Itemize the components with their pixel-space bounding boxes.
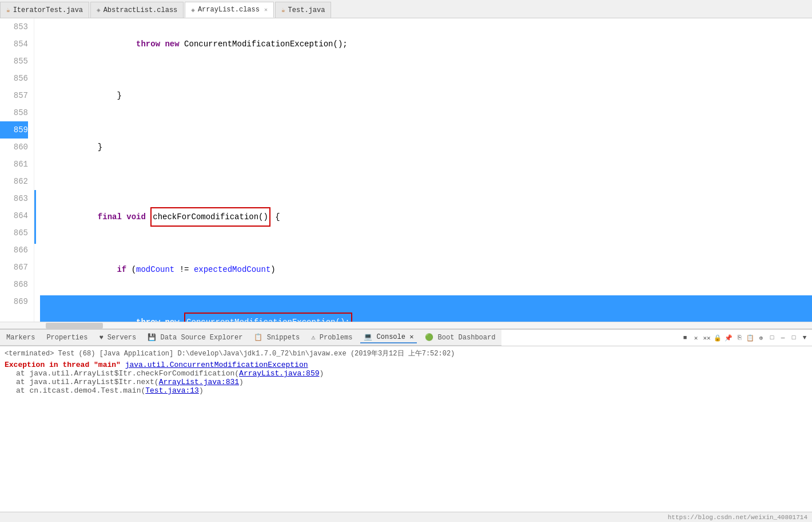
horizontal-scrollbar[interactable] bbox=[0, 322, 812, 329]
tab-test-java[interactable]: ☕ Test.java bbox=[275, 2, 331, 18]
console-exception-line: Exception in thread "main" java.util.Con… bbox=[5, 361, 807, 369]
tab-label: AbstractList.class bbox=[104, 6, 178, 14]
tab-properties[interactable]: Properties bbox=[43, 333, 91, 343]
status-bar: https://blog.csdn.net/weixin_40801714 bbox=[0, 512, 812, 522]
editor-content: 853 854 855 856 857 858 859 860 861 862 … bbox=[0, 18, 812, 322]
trace-link-1[interactable]: ArrayList.java:859 bbox=[239, 369, 319, 378]
tab-console[interactable]: 💻 Console ✕ bbox=[360, 331, 417, 343]
tab-label: IteratorTest.java bbox=[13, 6, 83, 14]
class-icon: ◈ bbox=[191, 6, 195, 14]
trace-line-3: at cn.itcast.demo4.Test.main(Test.java:1… bbox=[16, 386, 807, 395]
console-area: <terminated> Test (68) [Java Application… bbox=[0, 346, 812, 512]
tab-array-list[interactable]: ◈ ArrayList.class ✕ bbox=[185, 2, 274, 18]
exception-link[interactable]: java.util.ConcurrentModificationExceptio… bbox=[125, 361, 308, 369]
scrollbar-thumb[interactable] bbox=[46, 323, 103, 329]
open-icon[interactable]: □ bbox=[767, 333, 777, 342]
code-line-854: } bbox=[40, 70, 812, 121]
tab-iterator-test[interactable]: ☕ IteratorTest.java bbox=[0, 2, 89, 18]
clear-icon[interactable]: ✕✕ bbox=[702, 333, 711, 342]
java-icon: ☕ bbox=[6, 6, 10, 14]
stop-icon[interactable]: ■ bbox=[680, 333, 690, 342]
console-status-line: <terminated> Test (68) [Java Application… bbox=[5, 349, 807, 358]
tab-snippets[interactable]: 📋 Snippets bbox=[250, 332, 303, 343]
new-console-icon[interactable]: ⊕ bbox=[757, 333, 766, 342]
tab-markers[interactable]: Markers bbox=[3, 333, 38, 343]
tab-abstract-list[interactable]: ◈ AbstractList.class bbox=[90, 2, 184, 18]
scroll-lock-icon[interactable]: 🔒 bbox=[713, 333, 722, 342]
tab-problems[interactable]: ⚠ Problems bbox=[308, 332, 356, 343]
code-line-858: if (modCount != expectedModCount) bbox=[40, 244, 812, 295]
view-menu-icon[interactable]: ▼ bbox=[800, 333, 809, 342]
maximize-icon[interactable]: □ bbox=[789, 333, 798, 342]
trace-line-1: at java.util.ArrayList$Itr.checkForComod… bbox=[16, 369, 807, 378]
code-line-859: throw new ConcurrentModificationExceptio… bbox=[40, 295, 812, 322]
close-console-icon[interactable]: ✕ bbox=[691, 333, 700, 342]
tab-label: ArrayList.class bbox=[198, 6, 260, 14]
code-line-856 bbox=[40, 173, 812, 190]
close-icon[interactable]: ✕ bbox=[264, 6, 268, 13]
code-area[interactable]: throw new ConcurrentModificationExceptio… bbox=[34, 18, 812, 322]
tab-data-source[interactable]: 💾 Data Source Explorer bbox=[144, 332, 246, 343]
minimize-icon[interactable]: — bbox=[778, 333, 787, 342]
tab-label: Test.java bbox=[288, 6, 325, 14]
tab-boot-dashboard[interactable]: 🟢 Boot Dashboard bbox=[421, 332, 499, 343]
pin-icon[interactable]: 📌 bbox=[724, 333, 733, 342]
bottom-panel: Markers Properties ♥ Servers 💾 Data Sour… bbox=[0, 329, 812, 512]
bottom-tabs: Markers Properties ♥ Servers 💾 Data Sour… bbox=[0, 330, 501, 346]
exception-prefix: Exception in thread "main" bbox=[5, 361, 125, 369]
code-line-857: final void checkForComodification() { bbox=[40, 190, 812, 244]
bottom-panel-header: Markers Properties ♥ Servers 💾 Data Sour… bbox=[0, 330, 812, 346]
trace-line-2: at java.util.ArrayList$Itr.next(ArrayLis… bbox=[16, 378, 807, 386]
line-numbers: 853 854 855 856 857 858 859 860 861 862 … bbox=[0, 18, 34, 322]
status-url: https://blog.csdn.net/weixin_40801714 bbox=[668, 514, 807, 521]
tab-bar: ☕ IteratorTest.java ◈ AbstractList.class… bbox=[0, 0, 812, 18]
java-icon: ☕ bbox=[281, 6, 285, 14]
code-line-855: } bbox=[40, 121, 812, 173]
copy-icon[interactable]: ⎘ bbox=[735, 333, 744, 342]
trace-link-3[interactable]: Test.java:13 bbox=[145, 386, 199, 395]
trace-link-2[interactable]: ArrayList.java:831 bbox=[159, 378, 239, 386]
paste-icon[interactable]: 📋 bbox=[746, 333, 755, 342]
editor: 853 854 855 856 857 858 859 860 861 862 … bbox=[0, 18, 812, 329]
bottom-toolbar: ■ ✕ ✕✕ 🔒 📌 ⎘ 📋 ⊕ □ — □ ▼ bbox=[678, 333, 812, 342]
code-line-853: throw new ConcurrentModificationExceptio… bbox=[40, 18, 812, 70]
tab-servers[interactable]: ♥ Servers bbox=[95, 333, 140, 343]
class-icon: ◈ bbox=[97, 6, 101, 14]
